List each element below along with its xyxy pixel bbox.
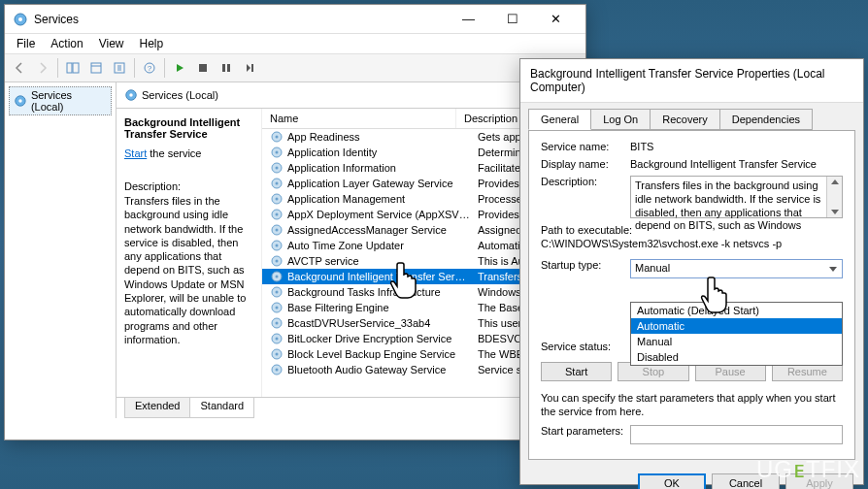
ok-button[interactable]: OK [638, 473, 706, 489]
startup-type-dropdown[interactable]: Automatic (Delayed Start) Automatic Manu… [630, 302, 843, 366]
tab-dependencies[interactable]: Dependencies [719, 109, 813, 130]
option-automatic-delayed[interactable]: Automatic (Delayed Start) [631, 303, 842, 318]
gear-icon [270, 208, 284, 221]
description-field[interactable]: Transfers files in the background using … [630, 176, 843, 218]
description-label: Description: [124, 180, 253, 192]
services-window: Services — ☐ ✕ File Action View Help ? S… [4, 4, 586, 440]
description-text: Transfers files in the background using … [124, 194, 253, 346]
value-service-name: BITS [630, 141, 843, 152]
back-button[interactable] [9, 57, 30, 79]
gear-icon [270, 130, 284, 144]
window-title: Services [34, 13, 447, 26]
gear-icon [270, 192, 284, 206]
gear-icon [270, 332, 284, 345]
titlebar[interactable]: Services — ☐ ✕ [5, 5, 585, 34]
tab-extended[interactable]: Extended [124, 398, 190, 418]
toolbar: ? [5, 53, 585, 82]
close-button[interactable]: ✕ [534, 6, 578, 33]
start-service-button[interactable] [169, 57, 190, 79]
service-detail-panel: Background Intelligent Transfer Service … [117, 109, 262, 397]
show-hide-tree-button[interactable] [62, 57, 83, 79]
maximize-button[interactable]: ☐ [490, 6, 534, 33]
tab-general[interactable]: General [528, 109, 591, 130]
help-button[interactable]: ? [139, 57, 160, 79]
dialog-title: Background Intelligent Transfer Service … [520, 59, 863, 103]
svg-rect-4 [91, 63, 101, 73]
startup-type-select[interactable]: Manual [630, 259, 843, 278]
label-service-name: Service name: [541, 141, 630, 152]
svg-point-1 [18, 17, 22, 21]
forward-button[interactable] [32, 57, 53, 79]
svg-rect-2 [67, 63, 72, 73]
option-disabled[interactable]: Disabled [631, 349, 842, 365]
option-automatic[interactable]: Automatic [631, 318, 842, 334]
properties-button[interactable] [85, 57, 107, 79]
svg-point-26 [276, 198, 279, 201]
svg-point-20 [276, 151, 279, 154]
gear-icon [270, 239, 284, 252]
tab-recovery[interactable]: Recovery [650, 109, 719, 130]
watermark: UGᴇTFIX [756, 456, 860, 483]
svg-point-48 [276, 369, 279, 372]
gear-icon [270, 161, 284, 175]
svg-point-18 [276, 136, 279, 139]
gear-icon [270, 363, 284, 376]
svg-point-34 [276, 260, 279, 263]
tree-services-local[interactable]: Services (Local) [9, 86, 112, 115]
svg-point-42 [276, 322, 279, 325]
start-service-link[interactable]: Start [124, 147, 147, 159]
svg-point-40 [276, 307, 279, 310]
value-path: C:\WINDOWS\System32\svchost.exe -k netsv… [541, 238, 843, 249]
svg-point-46 [276, 353, 279, 356]
tab-standard[interactable]: Standard [189, 398, 254, 418]
gear-icon [270, 254, 284, 268]
tree-pane: Services (Local) [5, 82, 117, 418]
restart-service-button[interactable] [239, 57, 260, 79]
svg-point-44 [276, 338, 279, 341]
properties-dialog: Background Intelligent Transfer Service … [519, 58, 864, 485]
gear-icon [270, 177, 284, 190]
option-manual[interactable]: Manual [631, 334, 842, 349]
gear-icon [270, 316, 284, 330]
svg-point-28 [276, 213, 279, 216]
tab-logon[interactable]: Log On [590, 109, 651, 130]
svg-point-22 [276, 167, 279, 170]
hint-text: You can specify the start parameters tha… [541, 391, 843, 419]
svg-text:?: ? [148, 64, 152, 73]
gear-icon [270, 270, 284, 283]
pause-service-button[interactable] [216, 57, 237, 79]
label-display-name: Display name: [541, 158, 630, 170]
pane-header: Services (Local) [117, 82, 585, 109]
scrollbar[interactable] [826, 177, 842, 217]
svg-point-32 [276, 244, 279, 247]
svg-rect-10 [222, 64, 225, 72]
menu-action[interactable]: Action [43, 35, 90, 52]
gear-icon [270, 223, 284, 237]
label-start-params: Start parameters: [541, 425, 630, 437]
menu-file[interactable]: File [9, 35, 43, 52]
svg-point-14 [18, 99, 21, 102]
svg-rect-9 [199, 64, 207, 72]
start-button[interactable]: Start [541, 362, 612, 381]
label-description: Description: [541, 176, 630, 187]
svg-point-16 [129, 93, 133, 97]
svg-point-38 [276, 291, 279, 294]
services-icon [13, 12, 28, 27]
column-name[interactable]: Name [262, 109, 456, 128]
gear-icon [270, 347, 284, 361]
pane-icon [124, 88, 138, 102]
label-startup-type: Startup type: [541, 259, 630, 271]
menu-view[interactable]: View [91, 35, 132, 52]
start-parameters-input[interactable] [630, 425, 843, 444]
stop-service-button[interactable] [192, 57, 214, 79]
gear-icon [270, 146, 284, 159]
menu-help[interactable]: Help [132, 35, 172, 52]
export-button[interactable] [109, 57, 130, 79]
menubar: File Action View Help [5, 34, 585, 53]
svg-rect-3 [73, 63, 79, 73]
svg-rect-11 [227, 64, 230, 72]
gear-icon [270, 285, 284, 299]
services-tree-icon [14, 94, 27, 108]
minimize-button[interactable]: — [447, 6, 490, 33]
value-display-name: Background Intelligent Transfer Service [630, 158, 843, 170]
